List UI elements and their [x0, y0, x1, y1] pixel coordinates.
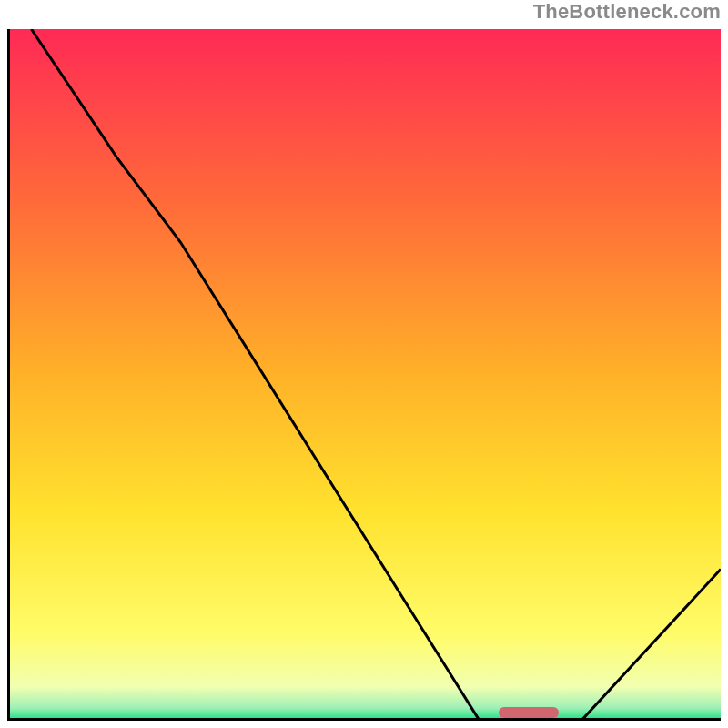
- chart-area: [7, 29, 721, 721]
- optimal-marker: [499, 707, 559, 718]
- curve-path: [31, 29, 721, 721]
- watermark-text: TheBottleneck.com: [533, 0, 721, 24]
- bottleneck-curve: [10, 29, 721, 721]
